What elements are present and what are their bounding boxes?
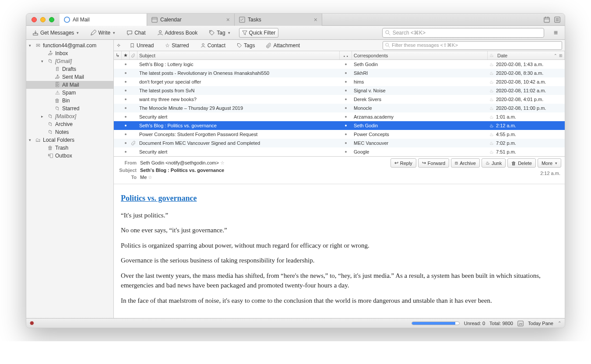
chevron-down-icon: ▾ bbox=[113, 31, 115, 35]
online-status-icon[interactable]: ⬣ bbox=[30, 320, 34, 326]
star-toggle[interactable] bbox=[122, 133, 130, 135]
folder-starred[interactable]: 📁︎Starred bbox=[26, 105, 113, 112]
account-node[interactable]: ▾ ✉︎ function44@gmail.com bbox=[26, 42, 113, 49]
folder-inbox[interactable]: 📥︎Inbox bbox=[26, 49, 113, 57]
close-icon[interactable]: × bbox=[314, 16, 317, 23]
filter-starred[interactable]: ☆ Starred bbox=[162, 41, 191, 50]
star-toggle[interactable] bbox=[122, 72, 130, 74]
message-row[interactable]: The Monocle Minute – Thursday 29 August … bbox=[114, 104, 565, 112]
message-row[interactable]: don't forget your special offerhims♨2020… bbox=[114, 77, 565, 86]
chat-button[interactable]: Chat bbox=[124, 28, 148, 37]
star-toggle[interactable] bbox=[122, 81, 130, 83]
tab-calendar[interactable]: Calendar× bbox=[147, 14, 235, 26]
write-button[interactable]: Write ▾ bbox=[88, 28, 118, 37]
local-folders-label: Local Folders bbox=[43, 137, 74, 143]
contact-icon bbox=[201, 43, 206, 48]
folder-archive[interactable]: 📁︎Archive bbox=[26, 120, 113, 128]
filter-unread[interactable]: Unread bbox=[127, 41, 156, 50]
calendar-toolbar-icon[interactable] bbox=[544, 17, 550, 23]
folder-bin[interactable]: 🗑︎Bin bbox=[26, 97, 113, 105]
star-icon[interactable]: ☆ bbox=[148, 175, 152, 180]
folder--mailbox-[interactable]: ▸📁︎[Mailbox] bbox=[26, 112, 113, 120]
message-body[interactable]: Politics vs. governance “It's just polit… bbox=[114, 184, 565, 318]
tasks-toolbar-icon[interactable] bbox=[554, 17, 560, 23]
col-subject[interactable]: Subject bbox=[137, 51, 340, 60]
junk-button[interactable]: ♨Junk bbox=[482, 158, 506, 168]
message-timestamp: 2:12 a.m. bbox=[540, 171, 560, 176]
col-correspondents[interactable]: Correspondents bbox=[352, 51, 488, 60]
get-messages-button[interactable]: Get Messages ▾ bbox=[30, 28, 81, 37]
star-icon[interactable]: ☆ bbox=[220, 160, 225, 165]
zoom-window-button[interactable] bbox=[49, 17, 54, 22]
filter-tags[interactable]: Tags bbox=[234, 41, 257, 50]
local-folders-node[interactable]: ▾ 🗂︎ Local Folders bbox=[26, 136, 113, 144]
folder-trash[interactable]: 🗑︎Trash bbox=[26, 144, 113, 152]
star-toggle[interactable] bbox=[122, 107, 130, 109]
col-read[interactable]: ⬩⬩ bbox=[340, 51, 352, 60]
column-picker-icon[interactable]: ⊞ bbox=[559, 53, 563, 58]
quick-filter-button[interactable]: Quick Filter bbox=[239, 28, 279, 38]
filter-contact[interactable]: Contact bbox=[198, 41, 228, 50]
message-row[interactable]: The latest posts - Revolutionary in Onen… bbox=[114, 69, 565, 77]
star-toggle[interactable] bbox=[122, 151, 130, 153]
more-button[interactable]: More▾ bbox=[538, 158, 561, 168]
message-row[interactable]: want my three new books?Derek Sivers♨202… bbox=[114, 95, 565, 104]
folder-drafts[interactable]: 📄︎Drafts bbox=[26, 65, 113, 73]
message-row[interactable]: Power Concepts: Student Forgotten Passwo… bbox=[114, 130, 565, 139]
body-paragraph: No one ever says, “it's just governance.… bbox=[121, 225, 558, 235]
forward-button[interactable]: ↪︎Forward bbox=[418, 158, 449, 168]
pin-filter-icon[interactable]: ✧ bbox=[116, 42, 121, 49]
tab-label: Calendar bbox=[160, 17, 182, 23]
message-row[interactable]: Security alertArzamas.academy♨1:01 a.m. bbox=[114, 112, 565, 121]
search-placeholder: Search <⌘K> bbox=[393, 30, 426, 36]
reply-button[interactable]: ↩︎Reply bbox=[390, 158, 416, 168]
close-window-button[interactable] bbox=[32, 17, 37, 22]
chevron-up-icon[interactable]: ⌃ bbox=[558, 321, 561, 326]
col-attachment[interactable] bbox=[130, 51, 137, 60]
folder--gmail-[interactable]: ▾📁︎[Gmail] bbox=[26, 57, 113, 65]
folder-label: Notes bbox=[55, 129, 69, 135]
message-date: 7:02 p.m. bbox=[496, 140, 516, 146]
article-title-link[interactable]: Politics vs. governance bbox=[121, 194, 197, 203]
star-toggle[interactable] bbox=[122, 142, 130, 144]
download-icon bbox=[32, 30, 39, 36]
minimize-window-button[interactable] bbox=[40, 17, 46, 22]
tab-all-mail[interactable]: All Mail bbox=[60, 14, 147, 26]
global-search-input[interactable]: Search <⌘K> bbox=[382, 28, 544, 38]
message-correspondent: hims bbox=[352, 79, 488, 84]
close-icon[interactable]: × bbox=[226, 16, 230, 23]
star-toggle[interactable] bbox=[122, 63, 130, 65]
folder-label: Outbox bbox=[55, 153, 72, 159]
message-row[interactable]: Security alertGoogle♨7:51 p.m. bbox=[114, 147, 565, 156]
star-toggle[interactable] bbox=[122, 116, 130, 118]
col-date[interactable]: ♨ Date ⌃ ⊞ bbox=[488, 51, 565, 60]
message-row[interactable]: Document From MEC Vancouver Signed and C… bbox=[114, 139, 565, 147]
folder-notes[interactable]: 📁︎Notes bbox=[26, 128, 113, 136]
tab-tasks[interactable]: Tasks× bbox=[235, 14, 322, 26]
today-pane-toggle[interactable]: Today Pane bbox=[528, 321, 553, 326]
star-toggle[interactable] bbox=[122, 125, 130, 126]
archive-button[interactable]: ⧈Archive bbox=[451, 158, 480, 168]
filter-attachment[interactable]: Attachment bbox=[264, 41, 303, 50]
col-thread[interactable]: ↳ bbox=[114, 51, 122, 60]
message-subject: Security alert bbox=[137, 114, 340, 119]
sort-asc-icon: ⌃ bbox=[554, 53, 557, 58]
tab-icon bbox=[239, 17, 245, 23]
col-star[interactable]: ★ bbox=[122, 51, 130, 60]
folder-label: [Gmail] bbox=[55, 58, 72, 64]
star-toggle[interactable] bbox=[122, 90, 130, 91]
folder-all-mail[interactable]: 🗄︎All Mail bbox=[26, 81, 113, 89]
folder-sent-mail[interactable]: 📤︎Sent Mail bbox=[26, 73, 113, 81]
tag-button[interactable]: Tag ▾ bbox=[206, 28, 232, 37]
address-book-button[interactable]: Address Book bbox=[155, 28, 201, 37]
app-menu-button[interactable]: ≡ bbox=[550, 29, 561, 37]
folder-spam[interactable]: ⚠︎Spam bbox=[26, 89, 113, 97]
star-toggle[interactable] bbox=[122, 98, 130, 100]
message-row[interactable]: The latest posts from SvNSignal v. Noise… bbox=[114, 86, 565, 95]
message-date: 4:55 p.m. bbox=[496, 132, 516, 137]
delete-button[interactable]: 🗑︎Delete bbox=[507, 158, 536, 168]
message-row[interactable]: Seth's Blog : Politics vs. governanceSet… bbox=[114, 121, 565, 130]
message-row[interactable]: Seth's Blog : Lottery logicSeth Godin♨20… bbox=[114, 60, 565, 69]
folder-outbox[interactable]: 📮︎Outbox bbox=[26, 152, 113, 160]
message-filter-input[interactable]: Filter these messages <⇧⌘K> bbox=[383, 41, 562, 50]
